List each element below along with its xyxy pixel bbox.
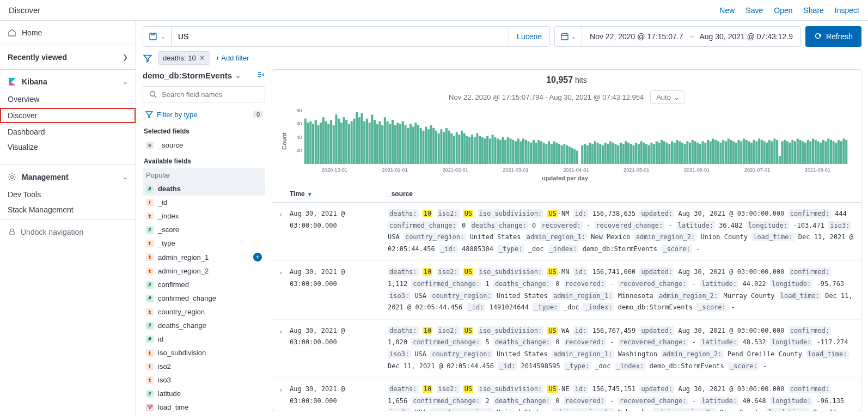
save-link[interactable]: Save [745,6,763,15]
add-field-icon[interactable]: + [253,253,262,261]
field-item[interactable]: tcountry_region [143,305,265,319]
interval-select[interactable]: Auto [650,90,684,104]
saved-query-button[interactable]: ⌄ [143,27,172,46]
field-search-input[interactable] [162,90,259,99]
field-item[interactable]: #deaths [143,182,265,196]
svg-rect-72 [466,136,468,164]
table-row: ›Aug 30, 2021 @ 03:00:00.000 deaths: 10 … [272,261,861,319]
svg-rect-152 [671,141,673,164]
svg-rect-37 [376,124,378,165]
svg-rect-83 [494,137,496,164]
svg-rect-177 [735,143,737,164]
field-item[interactable]: #id [143,332,265,346]
refresh-button[interactable]: Refresh [805,26,861,47]
open-link[interactable]: Open [774,6,792,15]
svg-rect-66 [450,133,453,164]
field-item[interactable]: tadmin_region_2 [143,264,265,278]
filter-by-type[interactable]: Filter by type 0 [143,107,265,122]
nav-visualize[interactable]: Visualize [0,139,136,155]
svg-text:2021-05-01: 2021-05-01 [624,167,649,173]
svg-rect-184 [753,140,755,164]
filter-type-count: 0 [253,111,263,118]
type-icon: t [146,199,154,206]
field-item[interactable]: 📅load_time [143,400,265,411]
field-item[interactable]: tiso_subdivision [143,346,265,360]
field-item[interactable]: tiso3 [143,373,265,387]
nav-discover[interactable]: Discover [0,108,136,123]
date-picker[interactable]: ⌄ Nov 22, 2020 @ 17:15:07.7 → Aug 30, 20… [554,26,801,47]
column-time[interactable]: Time▼ [290,190,388,198]
filter-pill[interactable]: deaths: 10 ✕ [158,51,210,65]
field-item[interactable]: tiso2 [143,360,265,373]
svg-rect-137 [632,145,634,164]
field-item[interactable]: t_index [143,209,265,223]
svg-rect-114 [573,149,576,164]
type-icon: t [146,212,154,220]
svg-rect-55 [422,131,424,164]
svg-rect-216 [835,143,837,164]
svg-rect-90 [512,140,514,164]
field-search[interactable] [143,86,265,102]
field-item[interactable]: #_score [143,223,265,236]
nav-management[interactable]: Management ⌄ [0,167,136,187]
column-source[interactable]: _source [388,190,854,198]
query-input[interactable] [172,27,509,46]
svg-rect-162 [696,143,699,164]
undock-navigation[interactable]: Undock navigation [0,222,136,242]
svg-rect-196 [784,140,786,164]
svg-rect-111 [566,145,568,164]
nav-dev-tools[interactable]: Dev Tools [0,187,136,202]
field-item[interactable]: t_id [143,196,265,209]
share-link[interactable]: Share [804,6,824,15]
filter-options-icon[interactable] [143,53,152,63]
field-item[interactable]: #confirmed [143,278,265,291]
expand-row-icon[interactable]: › [279,384,290,411]
svg-rect-164 [702,141,704,164]
nav-overview[interactable]: Overview [0,92,136,107]
field-item[interactable]: #deaths_change [143,319,265,332]
row-time: Aug 30, 2021 @ 03:00:00.000 [290,384,388,411]
new-link[interactable]: New [719,6,735,15]
svg-rect-175 [730,140,732,164]
nav-kibana[interactable]: Kibana ⌄ [0,72,136,92]
y-axis-label: Count [280,108,289,174]
svg-rect-54 [420,128,422,164]
field-item[interactable]: tadmin_region_1+ [143,250,265,264]
svg-rect-170 [717,141,719,164]
expand-row-icon[interactable]: › [279,266,290,313]
field-item[interactable]: #confirmed_change [143,291,265,305]
histogram-chart[interactable]: Count 204060802020-12-012021-01-012021-0… [272,106,861,186]
svg-rect-110 [563,144,565,164]
field-item[interactable]: ⊙_source [143,138,265,152]
svg-rect-71 [463,133,466,164]
field-item[interactable]: #latitude [143,387,265,400]
svg-rect-107 [555,143,558,164]
svg-rect-19 [330,120,332,164]
close-icon[interactable]: ✕ [199,54,205,62]
svg-rect-214 [830,140,832,164]
svg-rect-166 [707,140,709,164]
query-language-button[interactable]: Lucene [509,27,549,46]
row-source: deaths: 10 iso2: US iso_subdivision: US-… [388,325,854,372]
nav-stack-management[interactable]: Stack Management [0,202,136,217]
svg-rect-173 [725,141,727,164]
field-item[interactable]: t_type [143,236,265,250]
svg-rect-47 [402,121,404,164]
svg-rect-57 [427,129,430,164]
nav-recently-viewed[interactable]: Recently viewed ❯ [0,47,136,67]
svg-rect-149 [663,141,665,164]
inspect-link[interactable]: Inspect [835,6,859,15]
svg-rect-11 [309,121,311,164]
collapse-panel-icon[interactable] [256,70,265,81]
nav-dashboard[interactable]: Dashboard [0,124,136,139]
add-filter-button[interactable]: + Add filter [216,54,249,62]
svg-rect-163 [699,144,701,164]
expand-row-icon[interactable]: › [279,208,290,255]
expand-row-icon[interactable]: › [279,325,290,372]
type-icon: # [146,336,154,343]
nav-home[interactable]: Home [0,23,136,42]
type-icon: t [146,376,154,384]
svg-rect-102 [543,143,545,164]
home-icon [8,28,16,37]
index-pattern-selector[interactable]: demo_db:StormEvents ⌄ [143,71,241,80]
